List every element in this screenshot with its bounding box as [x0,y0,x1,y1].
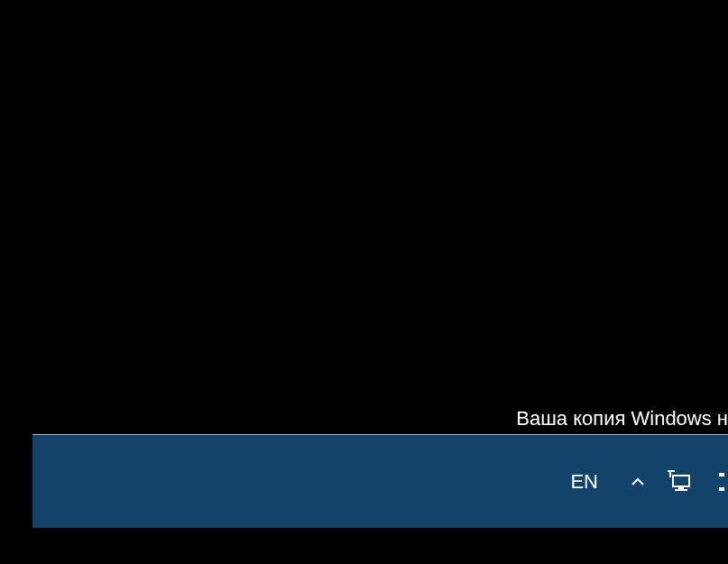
svg-rect-4 [669,472,671,477]
language-indicator[interactable]: EN [563,467,605,497]
chevron-up-icon [631,477,645,486]
svg-rect-6 [719,487,724,491]
desktop-area[interactable]: Ваша копия Windows н EN [0,0,728,564]
tray-edge-item[interactable] [719,470,728,494]
system-tray: EN [563,467,728,497]
taskbar[interactable]: EN [32,434,728,528]
network-monitor-icon [668,470,695,494]
network-icon[interactable] [667,467,696,496]
svg-rect-5 [719,473,724,476]
svg-rect-1 [678,486,684,489]
svg-rect-2 [675,489,687,491]
activation-watermark: Ваша копия Windows н [516,407,728,430]
svg-rect-0 [673,476,689,486]
show-hidden-icons-button[interactable] [627,471,649,493]
svg-rect-3 [668,470,675,472]
partial-icon [719,471,726,493]
